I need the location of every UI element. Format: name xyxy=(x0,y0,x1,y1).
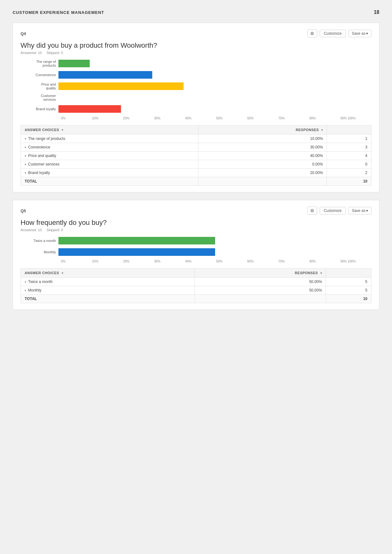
axis-tick: 60% xyxy=(247,260,278,263)
table-row: ▾ Price and quality 40.00% 4 xyxy=(21,152,371,160)
page-number: 18 xyxy=(374,9,379,15)
choice-dropdown-arrow[interactable]: ▾ xyxy=(25,154,26,158)
q5-settings-icon[interactable]: ⚙ xyxy=(307,207,317,215)
axis-tick: 40% xyxy=(185,260,216,263)
chart-axis: 0% 10% 20% 30% 40% 50% 60% 70% 80% 90% 1… xyxy=(61,260,371,263)
chart-row: Convenience xyxy=(24,71,371,79)
chart-label: Brand loyalty xyxy=(24,107,58,111)
response-cell: 20.00% xyxy=(198,169,327,177)
q4-answered-info: Answered: 10 Skipped: 0 xyxy=(21,51,371,55)
q5-card: Q5 ⚙ Customize Save as ▾ How frequently … xyxy=(13,200,379,310)
axis-tick: 0% xyxy=(61,260,92,263)
chart-bar-wrap xyxy=(58,248,371,256)
col-answers-arrow: ▾ xyxy=(62,128,63,132)
count-cell: 3 xyxy=(327,143,371,152)
count-cell: 0 xyxy=(327,160,371,169)
page-header: CUSTOMER EXPERIENCE MANAGEMENT 18 xyxy=(13,9,379,15)
chart-bar xyxy=(58,248,215,256)
choice-dropdown-arrow[interactable]: ▾ xyxy=(25,137,26,141)
q4-answered: Answered: 10 xyxy=(21,51,42,55)
choice-dropdown-arrow[interactable]: ▾ xyxy=(25,163,26,166)
choice-dropdown-arrow[interactable]: ▾ xyxy=(25,280,26,284)
answer-choice-cell: ▾ The range of products xyxy=(21,135,198,143)
q5-col-count xyxy=(326,268,371,278)
q4-skipped: Skipped: 0 xyxy=(46,51,63,55)
chart-label: The range of products xyxy=(24,60,58,67)
count-cell: 2 xyxy=(327,169,371,177)
axis-tick: 50% xyxy=(216,260,247,263)
axis-tick: 40% xyxy=(185,117,216,120)
axis-tick: 80% xyxy=(309,117,340,120)
q4-table: ANSWER CHOICES ▾ RESPONSES ▾ ▾ The range… xyxy=(21,125,371,186)
choice-dropdown-arrow[interactable]: ▾ xyxy=(25,171,26,175)
table-row: ▾ Customer services 0.00% 0 xyxy=(21,160,371,169)
q4-saveas-button[interactable]: Save as ▾ xyxy=(348,30,371,37)
chart-row: Price and quality xyxy=(24,82,371,90)
q4-chart: The range of products Convenience Price … xyxy=(21,60,371,120)
chart-bar-wrap xyxy=(58,237,371,244)
axis-tick: 90% 100% xyxy=(341,117,371,120)
table-row: ▾ Twice a month 50.00% 5 xyxy=(21,278,371,286)
count-cell: 1 xyxy=(327,135,371,143)
total-count: 10 xyxy=(327,177,371,186)
q4-actions: ⚙ Customize Save as ▾ xyxy=(307,29,371,38)
chart-bar-wrap xyxy=(58,82,371,90)
axis-tick: 80% xyxy=(309,260,340,263)
chart-label: Convenience xyxy=(24,73,58,77)
q5-answered-info: Answered: 10 Skipped: 0 xyxy=(21,228,371,232)
chart-label: Monthly xyxy=(24,250,58,254)
col-responses-arrow: ▾ xyxy=(320,271,322,275)
q4-col-responses: RESPONSES ▾ xyxy=(198,125,327,135)
choice-label: Twice a month xyxy=(28,280,52,284)
choice-label: Brand loyalty xyxy=(28,171,50,175)
answer-choice-cell: ▾ Price and quality xyxy=(21,152,198,160)
q4-question: Why did you buy a product from Woolworth… xyxy=(21,41,371,50)
choice-label: The range of products xyxy=(28,136,65,141)
q5-saveas-button[interactable]: Save as ▾ xyxy=(348,207,371,214)
axis-tick: 20% xyxy=(123,117,154,120)
col-answers-arrow: ▾ xyxy=(62,271,63,275)
choice-dropdown-arrow[interactable]: ▾ xyxy=(25,146,26,149)
chart-label: Price and quality xyxy=(24,82,58,90)
chart-bar xyxy=(58,237,215,244)
total-row: TOTAL 10 xyxy=(21,295,371,303)
response-cell: 50.00% xyxy=(195,278,326,286)
chart-bar xyxy=(58,60,90,67)
total-row: TOTAL 10 xyxy=(21,177,371,186)
q5-skipped: Skipped: 0 xyxy=(46,228,63,232)
q4-col-answers: ANSWER CHOICES ▾ xyxy=(21,125,198,135)
q4-card: Q4 ⚙ Customize Save as ▾ Why did you buy… xyxy=(13,23,379,192)
q5-card-header: Q5 ⚙ Customize Save as ▾ xyxy=(21,207,371,215)
chart-row: Twice a month xyxy=(24,237,371,244)
q4-customize-button[interactable]: Customize xyxy=(320,30,346,37)
total-label: TOTAL xyxy=(21,295,195,303)
q4-settings-icon[interactable]: ⚙ xyxy=(307,29,317,38)
q4-card-header: Q4 ⚙ Customize Save as ▾ xyxy=(21,29,371,38)
saveas-chevron-icon: ▾ xyxy=(366,31,368,36)
axis-tick: 30% xyxy=(154,117,185,120)
chart-bar-wrap xyxy=(58,60,371,67)
response-cell: 10.00% xyxy=(198,135,327,143)
response-cell: 50.00% xyxy=(195,286,326,295)
q5-answered: Answered: 10 xyxy=(21,228,42,232)
answer-choice-cell: ▾ Customer services xyxy=(21,160,198,169)
total-empty xyxy=(195,295,326,303)
axis-tick: 30% xyxy=(154,260,185,263)
answer-choice-cell: ▾ Brand loyalty xyxy=(21,169,198,177)
q5-question: How frequently do you buy? xyxy=(21,219,371,227)
response-cell: 40.00% xyxy=(198,152,327,160)
choice-dropdown-arrow[interactable]: ▾ xyxy=(25,289,26,292)
chart-bar-wrap xyxy=(58,71,371,79)
chart-row: Monthly xyxy=(24,248,371,256)
saveas-chevron-icon: ▾ xyxy=(366,208,368,213)
chart-label: Customer services xyxy=(24,94,58,101)
q5-table: ANSWER CHOICES ▾ RESPONSES ▾ ▾ Twice a m… xyxy=(21,268,371,303)
q5-customize-button[interactable]: Customize xyxy=(320,207,346,214)
table-row: ▾ Monthly 50.00% 5 xyxy=(21,286,371,295)
total-label: TOTAL xyxy=(21,177,198,186)
axis-tick: 70% xyxy=(278,260,309,263)
axis-tick: 60% xyxy=(247,117,278,120)
chart-row: Customer services xyxy=(24,94,371,101)
chart-bar-wrap xyxy=(58,105,371,113)
choice-label: Price and quality xyxy=(28,154,56,158)
